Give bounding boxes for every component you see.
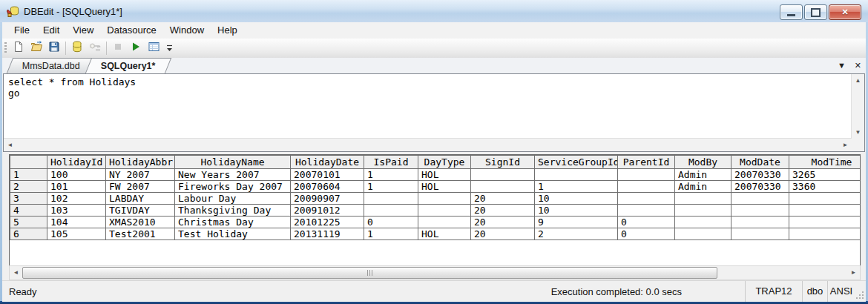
column-header-modtime[interactable]: ModTime [789, 156, 861, 169]
grid-cell[interactable]: Admin [675, 169, 731, 181]
grid-cell[interactable]: 20090907 [291, 193, 364, 205]
column-header-servicegroupid[interactable]: ServiceGroupId [535, 156, 618, 169]
grid-cell[interactable] [471, 169, 535, 181]
grid-cell[interactable] [789, 205, 861, 217]
toolbar-grip[interactable] [4, 42, 7, 54]
grid-cell[interactable]: XMAS2010 [106, 217, 175, 228]
grid-cell[interactable]: Labour Day [175, 193, 291, 205]
grid-cell[interactable]: 20 [471, 205, 535, 217]
grid-cell[interactable]: 20 [471, 217, 535, 228]
grid-cell[interactable]: 1 [364, 181, 418, 193]
grid-cell[interactable]: 3360 [789, 181, 861, 193]
grid-cell[interactable]: Christmas Day [175, 217, 291, 228]
column-header-daytype[interactable]: DayType [418, 156, 471, 169]
grid-cell[interactable] [471, 181, 535, 193]
grid-cell[interactable] [731, 217, 789, 228]
grid-cell[interactable]: 20101225 [291, 217, 364, 228]
grid-cell[interactable] [675, 228, 731, 240]
column-header-holidayabbr[interactable]: HolidayAbbr [106, 156, 175, 169]
grid-cell[interactable]: 0 [618, 217, 675, 228]
grid-cell[interactable] [364, 205, 418, 217]
column-header-holidayid[interactable]: HolidayId [47, 156, 106, 169]
grid-cell[interactable]: 2 [535, 228, 618, 240]
row-number[interactable]: 3 [10, 193, 47, 205]
menu-datasource[interactable]: Datasource [100, 22, 162, 39]
grid-cell[interactable] [789, 217, 861, 228]
grid-cell[interactable]: 20070101 [291, 169, 364, 181]
column-header-moddate[interactable]: ModDate [731, 156, 789, 169]
resize-grip-icon[interactable] [855, 281, 866, 302]
grid-cell[interactable]: 10 [535, 205, 618, 217]
editor-horizontal-scrollbar[interactable]: ◄ ► [4, 138, 852, 151]
grid-cell[interactable]: 3265 [789, 169, 861, 181]
grid-cell[interactable]: Thanksgiving Day [175, 205, 291, 217]
grid-cell[interactable] [675, 193, 731, 205]
grid-cell[interactable]: 20070330 [731, 181, 789, 193]
grid-cell[interactable]: 1 [535, 181, 618, 193]
scroll-up-icon[interactable]: ▲ [852, 74, 864, 87]
column-header-modby[interactable]: ModBy [675, 156, 731, 169]
scroll-left-icon[interactable]: ◄ [10, 266, 22, 278]
menu-window[interactable]: Window [163, 22, 211, 39]
menu-view[interactable]: View [66, 22, 100, 39]
menu-file[interactable]: File [7, 22, 36, 39]
grid-cell[interactable]: 1 [364, 228, 418, 240]
grid-cell[interactable]: HOL [418, 181, 471, 193]
grid-cell[interactable]: 20131119 [291, 228, 364, 240]
results-form-button[interactable] [145, 40, 162, 56]
results-grid[interactable]: HolidayIdHolidayAbbrHolidayNameHolidayDa… [9, 154, 861, 267]
scroll-down-icon[interactable]: ▼ [852, 126, 864, 139]
grid-cell[interactable] [618, 169, 675, 181]
grid-cell[interactable] [731, 205, 789, 217]
menu-edit[interactable]: Edit [36, 22, 66, 39]
grid-cell[interactable]: FW 2007 [106, 181, 175, 193]
new-document-button[interactable] [10, 40, 27, 56]
row-number[interactable]: 2 [10, 181, 47, 193]
grid-horizontal-scrollbar[interactable]: ◄ ► [9, 265, 861, 280]
minimize-button[interactable] [780, 4, 803, 20]
save-button[interactable] [45, 40, 63, 56]
sql-editor[interactable]: select * from Holidays go ▲ ▼ ◄ ► [3, 73, 865, 152]
grid-cell[interactable]: NY 2007 [106, 169, 175, 181]
grid-cell[interactable]: 1 [364, 169, 418, 181]
tab-sqlquery1-[interactable]: SQLQuery1* [85, 58, 171, 73]
open-file-button[interactable] [27, 40, 45, 56]
grid-cell[interactable] [675, 217, 731, 228]
grid-cell[interactable]: 104 [47, 217, 106, 228]
grid-cell[interactable]: 101 [47, 181, 106, 193]
row-number[interactable]: 1 [10, 169, 47, 181]
grid-cell[interactable]: LABDAY [106, 193, 175, 205]
tab-mmsdata-dbd[interactable]: MmsData.dbd [7, 58, 96, 73]
grid-cell[interactable]: Admin [675, 181, 731, 193]
menu-help[interactable]: Help [211, 22, 244, 39]
grid-cell[interactable]: 105 [47, 228, 106, 240]
grid-cell[interactable]: 20091012 [291, 205, 364, 217]
row-number[interactable]: 5 [10, 217, 47, 228]
grid-cell[interactable]: 10 [535, 193, 618, 205]
column-header-holidaydate[interactable]: HolidayDate [291, 156, 364, 169]
grid-cell[interactable]: 20070330 [731, 169, 789, 181]
tab-list-dropdown-icon[interactable]: ▼ [838, 62, 846, 70]
grid-cell[interactable] [731, 228, 789, 240]
close-button[interactable]: ✕ [829, 4, 861, 20]
grid-cell[interactable] [418, 217, 471, 228]
grid-cell[interactable]: Fireworks Day 2007 [175, 181, 291, 193]
grid-cell[interactable]: TGIVDAY [106, 205, 175, 217]
column-header-ispaid[interactable]: IsPaid [364, 156, 418, 169]
grid-cell[interactable] [618, 193, 675, 205]
scrollbar-thumb[interactable] [22, 267, 717, 279]
restore-button[interactable] [804, 4, 827, 20]
grid-cell[interactable]: 102 [47, 193, 106, 205]
column-header-signid[interactable]: SignId [471, 156, 535, 169]
row-number[interactable]: 4 [10, 205, 47, 217]
grid-cell[interactable]: HOL [418, 169, 471, 181]
grid-cell[interactable] [418, 193, 471, 205]
grid-corner-cell[interactable] [10, 156, 47, 169]
grid-cell[interactable] [789, 228, 861, 240]
grid-cell[interactable] [364, 193, 418, 205]
datasource-button[interactable] [68, 40, 86, 56]
grid-cell[interactable]: HOL [418, 228, 471, 240]
close-document-icon[interactable]: ✕ [855, 62, 861, 70]
grid-cell[interactable]: 0 [364, 217, 418, 228]
column-header-holidayname[interactable]: HolidayName [175, 156, 291, 169]
